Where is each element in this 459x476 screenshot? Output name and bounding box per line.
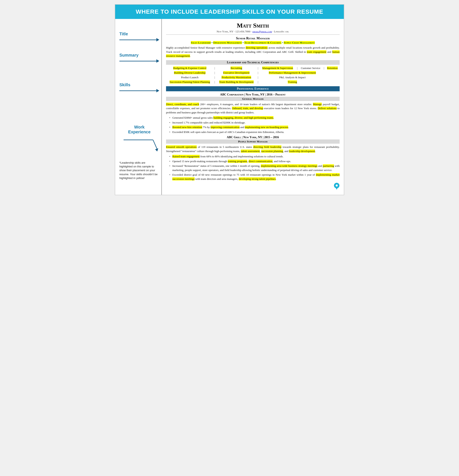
skill-diverse-leadership: Building Diverse Leadership	[166, 71, 213, 75]
bullet-1-4: Exceeded $50K soft open sales forecast a…	[169, 130, 340, 134]
summary-section-label: Summary	[119, 53, 159, 68]
skill-pl: P&L Analysis & Impact	[260, 75, 325, 79]
skill-recruiting: Recruiting	[216, 66, 256, 70]
skill-productivity: Productivity Maximization	[216, 75, 256, 79]
highlight-improving-comm: improving communication	[211, 126, 240, 129]
skill-succession: Succession Planning/Talent Planning	[166, 80, 213, 84]
keywords-row: Sales Leadership • Operations Management…	[166, 41, 340, 44]
job-1-role: General Manager	[166, 97, 340, 101]
highlight-deliver: Deliver solutions	[318, 107, 337, 110]
svg-line-1	[153, 140, 157, 149]
title-section-label: Title	[119, 32, 159, 46]
bullet-2-3: Increased "Restaurateur" status of 5 res…	[169, 164, 340, 172]
left-panel: Title Summary Skills	[115, 19, 161, 195]
footnote-text: *Leadership skills are highlighted on th…	[119, 161, 159, 180]
title-arrow-line	[119, 40, 156, 40]
highlight-directing-ops: directing operations	[246, 46, 268, 49]
highlight-succession-planning: succession planning	[261, 150, 283, 153]
job-1-role-text: General Manager	[242, 97, 263, 100]
resume-contact: New York, NY · 123.456.7890 · email@emai…	[166, 30, 340, 35]
contact-text: New York, NY · 123.456.7890 · email@emai…	[217, 30, 289, 33]
header-title: WHERE TO INCLUDE LEADERSHIP SKILLS ON YO…	[122, 8, 337, 15]
sep5: |	[213, 71, 216, 75]
email-link[interactable]: email@email.com	[252, 30, 272, 33]
skills-arrow-line	[119, 90, 156, 91]
highlight-onboard: Onboard, train, and develop	[232, 107, 263, 110]
highlight-boosted-retention: Boosted new-hire retention	[172, 126, 202, 129]
summary-arrow-head	[156, 59, 159, 63]
skills-section-label: Skills	[119, 83, 159, 97]
skill-training: Training	[260, 80, 325, 84]
location-pin-icon	[334, 183, 340, 190]
highlight-ensured-ops: Ensured smooth operations	[166, 145, 197, 148]
sep1: |	[213, 66, 216, 70]
work-arrow-container	[122, 136, 159, 153]
resume-name: Matt Smith	[166, 22, 340, 29]
title-label: Title	[119, 32, 159, 36]
company-2-title: ABC Grill | New York, NY | 2015 – 2016	[166, 136, 340, 139]
skill-budgeting: Budgeting & Expense Control	[166, 66, 213, 70]
highlight-team-engagement: team engagement	[307, 50, 326, 53]
highlight-training-programs: training programs	[228, 160, 247, 163]
keyword-1: Sales Leadership	[191, 41, 211, 44]
work-diagonal-arrow	[122, 136, 159, 153]
job-2-bullets: Raised team engagement from 68% to 80% i…	[166, 154, 340, 181]
job-2-role-text: People Support Manager	[238, 140, 268, 143]
prof-exp-header: Professional Experience	[166, 86, 340, 91]
bullet-2-2: Opened 15 new profit-making restaurants …	[169, 159, 340, 163]
bullet-1-1: Generated $38M+ annual gross sales build…	[169, 116, 340, 120]
title-arrow	[119, 38, 159, 42]
sep6: |	[257, 71, 259, 75]
job-1-bullets: Generated $38M+ annual gross sales build…	[166, 116, 340, 134]
title-arrow-head	[156, 38, 159, 42]
skill-retention: Retention	[326, 66, 339, 70]
svg-point-4	[336, 185, 338, 187]
location-icon-container	[166, 183, 340, 191]
skill-product-launch: Product Launch	[166, 75, 213, 79]
sep4: |	[323, 66, 325, 70]
sep2: |	[257, 66, 259, 70]
skills-arrow	[119, 89, 159, 92]
sep7: |	[213, 75, 216, 79]
summary-text: Highly accomplished Senior Retail Manage…	[166, 46, 340, 58]
company-1-title: ABC Corporation | New York, NY | 2016 – …	[166, 93, 340, 96]
highlight-talent-pipelines: developing strong talent pipelines	[239, 177, 276, 180]
highlight-direct-coord: Direct, coordinate, and coach	[166, 103, 199, 106]
skill-customer-service: Customer Service	[299, 66, 322, 70]
highlight-talent-assessment: talent assessment	[241, 150, 260, 153]
sep9: |	[213, 80, 216, 84]
bullet-1-2: Increased 1.7% comparable sales and redu…	[169, 120, 340, 125]
skills-row-3: Product Launch | Productivity Maximizati…	[166, 75, 339, 79]
job-2-description: Ensured smooth operations of 119 restaur…	[166, 145, 340, 153]
header-banner: WHERE TO INCLUDE LEADERSHIP SKILLS ON YO…	[115, 5, 344, 19]
summary-arrow-line	[119, 61, 156, 61]
highlight-onboarding-process: implementing new on-boarding process	[245, 126, 288, 129]
work-label: WorkExperience	[119, 125, 159, 134]
main-container: WHERE TO INCLUDE LEADERSHIP SKILLS ON YO…	[115, 4, 344, 195]
skill-exec-dev: Executive Development	[216, 71, 256, 75]
highlight-directing-field: directing field leadership	[253, 145, 282, 148]
company-1-name: ABC Corporation | New York, NY | 2016 – …	[220, 93, 285, 96]
highlight-building-teams: building engaging, diverse, and high per…	[213, 116, 273, 119]
resume-job-title: Senior Retail Manager	[166, 36, 340, 40]
skills-table: Budgeting & Expense Control | Recruiting…	[166, 66, 340, 85]
skills-row-4: Succession Planning/Talent Planning | Te…	[166, 80, 339, 84]
sep8: |	[257, 75, 259, 79]
highlight-raised-engagement: Raised team engagement	[172, 155, 200, 158]
skills-row-1: Budgeting & Expense Control | Recruiting…	[166, 66, 339, 70]
keyword-3: Team Development & Coaching	[244, 41, 281, 44]
skills-arrow-head	[156, 89, 159, 92]
highlight-manage: Manage	[313, 103, 322, 106]
highlight-area-wide-meetings: implementing area-wide business strategy…	[261, 164, 317, 167]
skills-row-2: Building Diverse Leadership | Executive …	[166, 71, 339, 75]
skill-team-building: Team Building & Development	[216, 80, 256, 84]
highlight-direct-comm: direct communication	[249, 160, 273, 163]
skills-header-text: Leadership and Technical Competencies	[227, 61, 279, 64]
prof-exp-title: Professional Experience	[237, 87, 269, 90]
keyword-2: Operations Management	[213, 41, 242, 44]
work-section-label: WorkExperience	[119, 125, 159, 153]
svg-marker-5	[336, 187, 338, 190]
bullet-2-1: Raised team engagement from 68% to 80% i…	[169, 154, 340, 159]
bullet-1-3: Boosted new-hire retention 7% by improvi…	[169, 125, 340, 129]
keyword-4: Supply Chain Management	[284, 41, 315, 44]
